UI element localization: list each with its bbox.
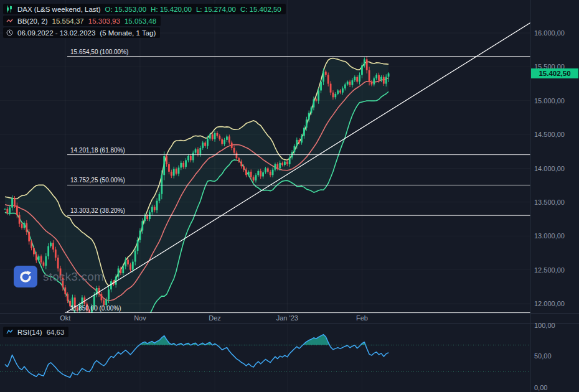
indicator-icon [6,17,13,24]
svg-text:Nov: Nov [134,314,146,322]
chart-canvas[interactable]: 15.654,50 (100.00%)14.201,18 (61.80%)13.… [0,0,579,392]
bb-middle-value: 15.303,93 [88,17,120,25]
svg-text:14.000,00: 14.000,00 [534,165,565,172]
svg-text:0,00: 0,00 [534,384,547,391]
svg-text:11.850,00 (0.00%): 11.850,00 (0.00%) [70,305,121,312]
svg-text:Feb: Feb [356,314,368,322]
watermark-text: stock3.com [43,270,104,284]
ohlc-open: O: 15.353,00 [105,6,147,13]
bb-lower-value: 15.053,48 [125,17,156,25]
rsi-value: 64,63 [47,329,65,336]
svg-text:13.500,00: 13.500,00 [534,198,565,206]
watermark: stock3.com [14,266,104,287]
last-price-badge: 15.402,50 [531,68,578,78]
date-duration: (5 Monate, 1 Tag) [100,29,156,37]
chart-legend: DAX (L&S weekend, Last) O: 15.353,00 H: … [3,4,286,38]
ohlc-close: C: 15.402,50 [240,6,281,13]
legend-symbol-row[interactable]: DAX (L&S weekend, Last) O: 15.353,00 H: … [3,4,286,14]
svg-text:12.500,00: 12.500,00 [534,266,565,274]
rsi-legend-row[interactable]: RSI(14) 64,63 [3,327,68,337]
svg-text:13.303,32 (38.20%): 13.303,32 (38.20%) [70,207,125,214]
watermark-logo-icon [14,266,37,287]
svg-text:14.500,00: 14.500,00 [534,131,565,138]
svg-text:15.654,50 (100.00%): 15.654,50 (100.00%) [70,49,128,55]
svg-text:Jan '23: Jan '23 [276,314,298,322]
date-range: 06.09.2022 - 13.02.2023 [17,29,95,37]
legend-range-row: 06.09.2022 - 13.02.2023 (5 Monate, 1 Tag… [3,27,160,38]
chart-window: 15.654,50 (100.00%)14.201,18 (61.80%)13.… [0,0,579,392]
last-price-value: 15.402,50 [539,70,570,77]
bb-label: BB(20, 2) [17,17,48,25]
svg-text:Dez: Dez [209,314,221,322]
ohlc-high: H: 15.420,00 [151,6,192,13]
svg-text:14.201,18 (61.80%): 14.201,18 (61.80%) [70,147,125,154]
clock-icon [6,29,13,36]
svg-text:12.000,00: 12.000,00 [534,300,565,307]
legend-bollinger-row[interactable]: BB(20, 2) 15.554,37 15.303,93 15.053,48 [3,16,161,26]
svg-text:16.000,00: 16.000,00 [534,29,565,37]
svg-text:50,00: 50,00 [534,352,552,360]
svg-text:Okt: Okt [60,314,70,322]
symbol-name: DAX (L&S weekend, Last) [17,6,101,13]
svg-text:13.752,25 (50.00%): 13.752,25 (50.00%) [70,177,125,184]
rsi-label: RSI(14) [17,329,42,336]
ohlc-low: L: 15.274,00 [196,6,236,13]
svg-text:13.000,00: 13.000,00 [534,232,565,240]
rsi-icon [6,329,13,335]
rsi-legend: RSI(14) 64,63 [3,327,68,337]
bb-upper-value: 15.554,37 [52,17,84,25]
svg-text:15.000,00: 15.000,00 [534,97,565,105]
candlestick-icon [6,6,13,12]
svg-text:100,00: 100,00 [534,322,555,329]
